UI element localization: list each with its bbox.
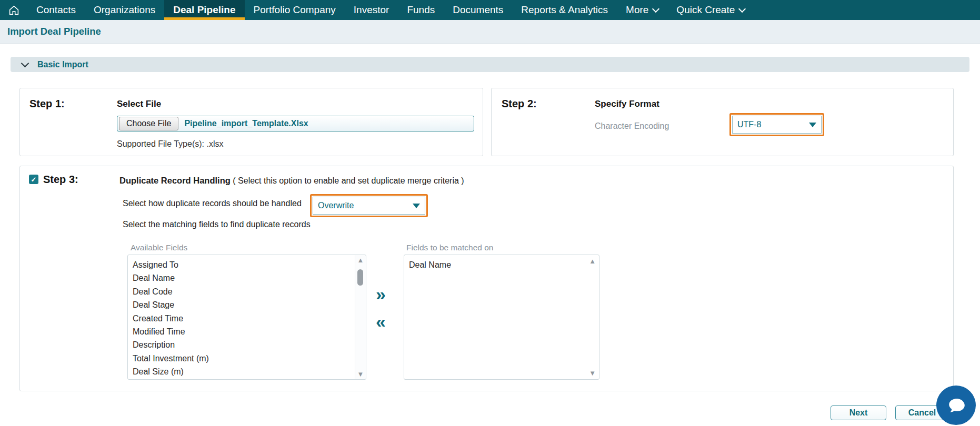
nav-tab-label: Deal Pipeline [173, 4, 235, 16]
basic-import-header[interactable]: Basic Import [11, 57, 969, 72]
nav-tab-label: Reports & Analytics [521, 4, 608, 16]
highlight-box: Overwrite [310, 194, 428, 217]
dropdown-caret-icon [413, 204, 420, 208]
top-nav: Contacts Organizations Deal Pipeline Por… [0, 0, 980, 20]
step3-checkbox[interactable]: ✓ [29, 175, 38, 184]
selected-file-name: Pipeline_import_Template.Xlsx [184, 119, 308, 128]
step2-label: Step 2: [502, 98, 537, 110]
import-deal-pipeline-page: Contacts Organizations Deal Pipeline Por… [0, 0, 980, 426]
scroll-up-icon[interactable]: ▲ [355, 256, 366, 264]
nav-tabs: Contacts Organizations Deal Pipeline Por… [27, 0, 754, 20]
nav-tab[interactable]: Organizations [85, 0, 164, 20]
character-encoding-select[interactable]: UTF-8 [732, 116, 822, 134]
list-item[interactable]: Modified Time [133, 325, 366, 338]
step2-panel: Step 2: Specify Format Character Encodin… [491, 88, 954, 156]
home-icon-glyph [8, 5, 19, 16]
nav-tab[interactable]: Deal Pipeline [164, 0, 244, 20]
available-fields-label: Available Fields [131, 243, 187, 252]
scroll-down-icon[interactable]: ▼ [355, 370, 366, 378]
chevron-down-icon [652, 5, 659, 13]
page-title: Import Deal Pipeline [7, 26, 101, 37]
chat-widget-button[interactable] [936, 386, 976, 425]
nav-tab-label: Investor [354, 4, 389, 16]
list-item[interactable]: Deal Stage [133, 298, 366, 311]
title-band: Import Deal Pipeline [0, 20, 980, 44]
nav-tab-label: More [626, 4, 648, 16]
step1-panel: Step 1: Select File Choose File Pipeline… [19, 88, 483, 156]
list-item[interactable]: Assigned To [133, 258, 366, 271]
step1-label: Step 1: [29, 98, 65, 110]
duplicate-handled-label: Select how duplicate records should be h… [123, 199, 302, 208]
character-encoding-value: UTF-8 [737, 120, 761, 129]
matched-fields-items: Deal Name [404, 255, 599, 271]
list-item[interactable]: Total Investment (m) [133, 352, 366, 365]
home-icon[interactable] [0, 0, 27, 20]
next-button[interactable]: Next [831, 405, 886, 420]
matched-fields-label: Fields to be matched on [406, 243, 493, 252]
collapse-chevron-icon [21, 59, 29, 67]
scroll-down-icon[interactable]: ▼ [589, 369, 596, 377]
step1-heading: Select File [117, 99, 161, 109]
nav-tab[interactable]: More [617, 0, 667, 20]
scrollbar[interactable]: ▲ ▼ [355, 255, 366, 379]
nav-tab-label: Contacts [36, 4, 76, 16]
nav-tab-label: Funds [407, 4, 435, 16]
nav-tab-label: Quick Create [676, 4, 735, 16]
nav-tab[interactable]: Funds [398, 0, 444, 20]
nav-tab[interactable]: Reports & Analytics [512, 0, 617, 20]
list-item[interactable]: Created Time [133, 312, 366, 325]
nav-tab[interactable]: Investor [345, 0, 398, 20]
duplicate-handled-value: Overwrite [318, 201, 354, 210]
nav-tab-label: Documents [453, 4, 503, 16]
nav-tab-label: Organizations [94, 4, 155, 16]
step3-label: Step 3: [43, 174, 78, 186]
section-title: Basic Import [37, 60, 88, 69]
nav-tab[interactable]: Portfolio Company [245, 0, 345, 20]
step3-heading: Duplicate Record Handling [119, 176, 231, 185]
list-item[interactable]: Deal Name [409, 258, 599, 271]
step2-heading: Specify Format [595, 99, 659, 109]
chat-bubble-icon [946, 395, 967, 416]
character-encoding-label: Character Encoding [595, 121, 669, 131]
move-right-icon[interactable]: » [376, 285, 386, 303]
supported-file-types: Supported File Type(s): .xlsx [117, 139, 223, 149]
list-item[interactable]: Deal Code [133, 285, 366, 298]
step3-panel: ✓ Step 3: Duplicate Record Handling ( Se… [19, 166, 954, 391]
nav-tab[interactable]: Documents [444, 0, 512, 20]
highlight-box: UTF-8 [729, 113, 824, 136]
file-input[interactable]: Choose File Pipeline_import_Template.Xls… [117, 116, 474, 131]
list-item[interactable]: Deal Name [133, 271, 366, 285]
nav-tab[interactable]: Contacts [27, 0, 85, 20]
choose-file-button[interactable]: Choose File [119, 117, 178, 130]
matching-fields-label: Select the matching fields to find dupli… [123, 220, 311, 229]
chevron-down-icon [738, 5, 746, 13]
available-fields-items: Assigned ToDeal NameDeal CodeDeal StageC… [128, 255, 366, 379]
nav-tab-label: Portfolio Company [254, 4, 336, 16]
matched-fields-list: Deal Name ▲ ▼ [404, 255, 599, 380]
scroll-thumb[interactable] [357, 269, 363, 286]
list-item[interactable]: Description [133, 338, 366, 351]
available-fields-list: Assigned ToDeal NameDeal CodeDeal StageC… [127, 255, 366, 380]
step3-heading-row: Duplicate Record Handling ( Select this … [119, 176, 464, 186]
dropdown-caret-icon [809, 123, 816, 127]
nav-tab[interactable]: Quick Create [667, 0, 754, 20]
step3-heading-note: ( Select this option to enable and set d… [231, 176, 464, 185]
move-left-icon[interactable]: « [376, 312, 386, 330]
scroll-up-icon[interactable]: ▲ [589, 257, 596, 265]
duplicate-handled-select[interactable]: Overwrite [313, 197, 425, 215]
list-item[interactable]: Deal Size (m) [133, 365, 366, 378]
